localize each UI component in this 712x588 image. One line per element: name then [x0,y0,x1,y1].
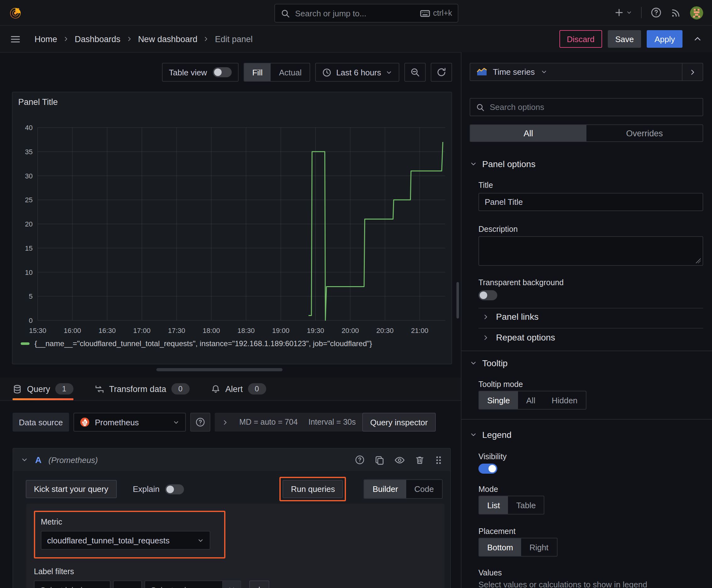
panel-title-input[interactable]: Panel Title [478,193,703,211]
discard-button[interactable]: Discard [559,30,602,48]
legend-series-label[interactable]: {__name__="cloudflared_tunnel_total_requ… [35,339,372,348]
delete-query-trash-icon[interactable] [415,455,425,465]
legend-mode-list[interactable]: List [479,496,508,514]
chevron-right-icon [482,313,489,320]
operator-dropdown[interactable]: = [113,581,142,588]
code-option[interactable]: Code [406,480,442,498]
transparent-background-switch[interactable] [478,290,497,300]
time-range-label: Last 6 hours [336,67,381,77]
query-inspector-button[interactable]: Query inspector [362,413,436,432]
description-textarea[interactable] [478,236,703,266]
metric-select[interactable]: cloudflared_tunnel_total_requests [41,531,210,550]
legend-visibility-switch[interactable] [478,464,497,474]
chart-panel[interactable]: Panel Title 051015202530354015:3016:0016… [12,92,452,364]
close-icon [228,586,235,588]
collapse-options-button[interactable] [693,35,702,43]
description-label: Description [478,225,703,234]
select-label-dropdown[interactable]: Select label [34,581,110,588]
builder-option[interactable]: Builder [365,480,406,498]
query-help-icon[interactable] [355,455,365,465]
tab-query[interactable]: Query 1 [13,378,73,400]
apply-button[interactable]: Apply [647,30,683,48]
svg-text:0: 0 [29,317,33,324]
query-tabs: Query 1 Transform data 0 Alert 0 [0,378,461,401]
legend-placement-label: Placement [478,527,703,536]
svg-text:15:30: 15:30 [29,327,46,335]
fill-option[interactable]: Fill [244,63,271,81]
refresh-button[interactable] [431,63,452,82]
tab-all[interactable]: All [470,125,586,141]
chevron-down-icon [129,586,136,588]
plus-icon [614,7,624,18]
table-view-toggle[interactable]: Table view [162,63,238,82]
tooltip-mode-single[interactable]: Single [479,391,518,409]
legend-swatch[interactable] [21,342,29,345]
svg-text:10: 10 [25,269,33,276]
search-input[interactable]: Search or jump to... ctrl+k [274,4,458,23]
legend-placement-bottom[interactable]: Bottom [479,538,521,556]
search-options-input[interactable]: Search options [470,98,703,116]
explain-switch[interactable] [165,484,184,494]
svg-text:20:30: 20:30 [376,327,394,335]
kick-start-query-button[interactable]: Kick start your query [26,480,116,498]
resize-handle[interactable] [156,368,283,371]
tooltip-mode-all[interactable]: All [518,391,543,409]
chevron-down-icon [470,431,477,439]
tab-alert[interactable]: Alert 0 [211,378,266,400]
drag-handle-icon[interactable] [434,455,443,465]
chevron-right-icon [203,36,209,42]
explain-toggle[interactable]: Explain [133,484,184,494]
legend-placement-right[interactable]: Right [521,538,557,556]
run-queries-button[interactable]: Run queries [283,480,343,498]
keyboard-shortcut: ctrl+k [420,9,452,18]
divider [478,308,703,309]
repeat-options-section[interactable]: Repeat options [482,332,703,342]
svg-text:20:00: 20:00 [342,327,359,335]
chevron-down-icon [173,419,179,426]
toggle-viz-suggestions-button[interactable] [683,63,703,81]
add-new-button[interactable] [614,7,632,18]
svg-text:40: 40 [25,124,33,132]
tooltip-header[interactable]: Tooltip [470,358,703,368]
datasource-picker[interactable]: Prometheus [73,413,186,432]
panel-options-header[interactable]: Panel options [470,159,703,169]
add-filter-button[interactable] [249,581,269,588]
resize-corner-icon[interactable] [696,258,701,263]
select-value-dropdown[interactable]: Select value [145,581,223,588]
breadcrumb-home[interactable]: Home [35,34,57,44]
visualization-picker[interactable]: Time series [470,63,683,81]
search-options-placeholder: Search options [490,102,544,112]
legend-mode-table[interactable]: Table [508,496,544,514]
chevron-down-icon [626,9,632,16]
visualization-value: Time series [493,67,535,77]
tab-overrides[interactable]: Overrides [586,125,703,141]
duplicate-query-icon[interactable] [375,455,384,465]
select-label-placeholder: Select label [40,585,82,588]
datasource-help-button[interactable] [190,413,210,432]
chevron-down-icon [540,68,547,76]
transform-count-badge: 0 [171,383,190,395]
chart-svg: 051015202530354015:3016:0016:3017:0017:3… [13,92,451,364]
grafana-logo-icon[interactable] [9,6,22,19]
metric-label: Metric [41,518,217,526]
panel-links-section[interactable]: Panel links [482,312,703,322]
breadcrumb-dashboards[interactable]: Dashboards [75,34,121,44]
query-row-header[interactable]: A (Prometheus) [13,448,450,471]
breadcrumb-new-dashboard[interactable]: New dashboard [138,34,197,44]
zoom-out-button[interactable] [404,63,426,82]
mega-menu-button[interactable] [10,34,21,44]
save-button[interactable]: Save [608,30,641,48]
actual-option[interactable]: Actual [271,63,310,81]
time-range-picker[interactable]: Last 6 hours [316,63,399,82]
toggle-visibility-eye-icon[interactable] [394,455,405,465]
remove-filter-button[interactable] [223,581,241,588]
legend-header[interactable]: Legend [470,430,703,440]
table-view-switch[interactable] [213,67,231,77]
section-divider [461,351,712,351]
news-button[interactable] [671,7,681,18]
help-button[interactable] [650,7,662,18]
tooltip-mode-hidden[interactable]: Hidden [543,391,585,409]
tab-transform-data[interactable]: Transform data 0 [95,378,190,400]
scrollbar-thumb[interactable] [456,282,459,318]
user-avatar[interactable] [690,6,703,19]
